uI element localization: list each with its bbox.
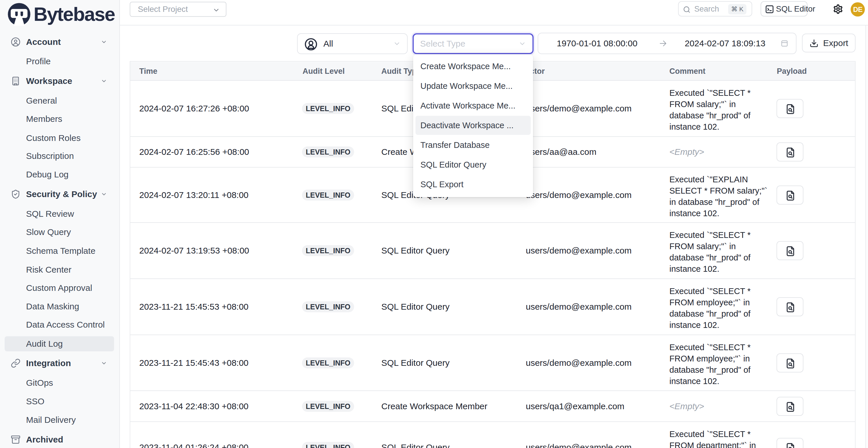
svg-text:Bytebase: Bytebase <box>34 3 115 25</box>
